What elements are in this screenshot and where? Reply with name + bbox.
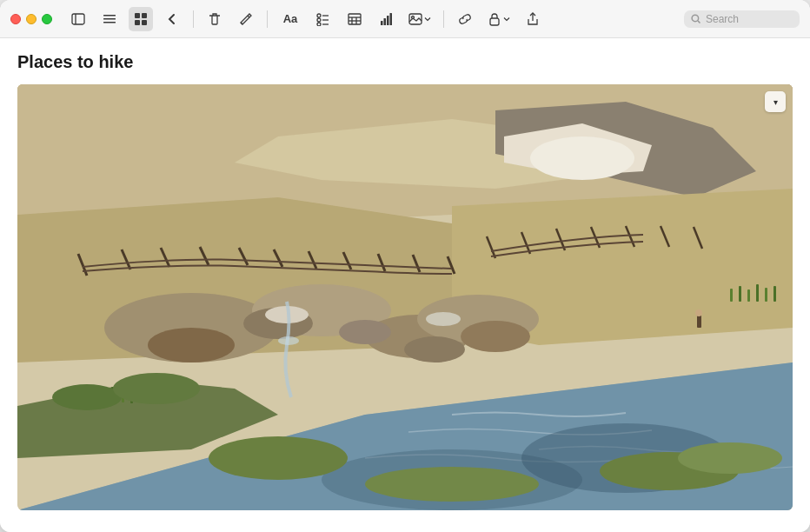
- svg-point-12: [317, 18, 321, 22]
- svg-point-13: [317, 23, 321, 26]
- svg-point-69: [148, 328, 235, 362]
- svg-rect-8: [142, 20, 147, 25]
- svg-rect-4: [103, 22, 116, 23]
- format-text-button[interactable]: Aa: [276, 7, 304, 31]
- checklist-button[interactable]: [311, 7, 335, 31]
- traffic-lights: [10, 14, 52, 24]
- svg-rect-23: [384, 18, 387, 25]
- titlebar: Aa: [0, 0, 810, 38]
- svg-rect-94: [756, 284, 759, 302]
- svg-point-68: [461, 321, 530, 352]
- delete-button[interactable]: [202, 7, 227, 31]
- svg-rect-96: [773, 286, 776, 302]
- search-icon: [691, 14, 701, 24]
- svg-point-101: [695, 309, 702, 316]
- svg-rect-92: [739, 286, 741, 302]
- svg-point-77: [209, 436, 348, 480]
- svg-rect-5: [135, 13, 140, 18]
- divider-2: [267, 10, 268, 28]
- svg-rect-2: [103, 15, 116, 17]
- format-text-label: Aa: [283, 12, 298, 25]
- svg-rect-24: [387, 16, 389, 25]
- svg-rect-3: [103, 18, 116, 20]
- grid-view-button[interactable]: [129, 7, 153, 31]
- svg-rect-28: [490, 18, 499, 25]
- svg-point-66: [339, 320, 391, 344]
- svg-line-9: [248, 16, 249, 17]
- minimize-button[interactable]: [26, 14, 37, 24]
- svg-point-11: [317, 14, 321, 17]
- maximize-button[interactable]: [42, 14, 52, 24]
- back-button[interactable]: [160, 7, 184, 31]
- svg-point-80: [678, 442, 782, 474]
- lock-button[interactable]: [484, 7, 514, 31]
- list-view-button[interactable]: [97, 7, 122, 31]
- share-button[interactable]: [521, 7, 545, 31]
- svg-point-98: [113, 373, 200, 404]
- note-image: ▾: [17, 84, 793, 510]
- svg-rect-0: [72, 14, 84, 24]
- close-button[interactable]: [10, 14, 21, 24]
- svg-rect-22: [381, 21, 383, 25]
- svg-point-29: [692, 15, 699, 22]
- search-input[interactable]: [706, 13, 793, 25]
- svg-rect-7: [135, 20, 140, 25]
- svg-rect-100: [697, 315, 701, 328]
- note-content: Places to hike: [0, 38, 810, 532]
- divider-1: [193, 10, 194, 28]
- svg-point-40: [530, 136, 634, 180]
- divider-3: [443, 10, 444, 28]
- expand-icon: ▾: [773, 97, 778, 107]
- sidebar-toggle-button[interactable]: [66, 7, 90, 31]
- link-button[interactable]: [453, 7, 477, 31]
- svg-rect-91: [730, 289, 733, 302]
- media-button[interactable]: [405, 7, 435, 31]
- svg-rect-6: [142, 13, 147, 18]
- svg-point-67: [404, 336, 465, 362]
- image-expand-button[interactable]: ▾: [765, 91, 786, 112]
- edit-button[interactable]: [234, 7, 258, 31]
- search-box[interactable]: [684, 10, 800, 28]
- note-title: Places to hike: [17, 52, 793, 72]
- table-button[interactable]: [342, 7, 367, 31]
- svg-rect-17: [349, 14, 361, 24]
- chart-button[interactable]: [374, 7, 398, 31]
- landscape-image: [17, 84, 793, 510]
- svg-point-71: [426, 312, 461, 326]
- svg-point-99: [278, 336, 299, 345]
- svg-rect-95: [765, 288, 767, 302]
- svg-point-78: [365, 467, 539, 502]
- svg-line-30: [698, 20, 700, 23]
- svg-rect-93: [747, 289, 750, 302]
- app-window: Aa: [0, 0, 810, 532]
- svg-point-97: [52, 384, 122, 410]
- svg-line-10: [241, 23, 242, 24]
- svg-rect-25: [390, 13, 393, 25]
